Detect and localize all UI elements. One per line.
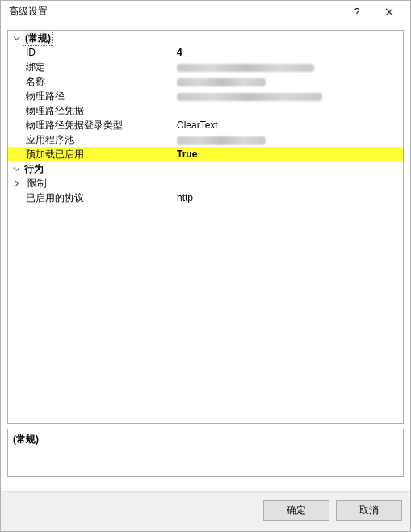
property-row-physical-path-logon-type[interactable]: 物理路径凭据登录类型 ClearText [8,118,403,132]
property-value: 4 [174,45,403,60]
chevron-right-icon [11,178,21,188]
property-value: True [174,147,403,161]
titlebar: 高级设置 ? [1,1,410,23]
ok-button[interactable]: 确定 [263,500,329,521]
property-label: 限制 [23,176,177,191]
chevron-down-icon [11,164,21,174]
property-row-preload-enabled[interactable]: 预加载已启用 True [8,147,403,161]
help-icon: ? [354,6,359,18]
property-label: 名称 [8,74,174,89]
property-label: 物理路径凭据 [8,103,174,118]
close-button[interactable] [373,2,405,22]
property-value: http [174,191,403,205]
property-label: 预加载已启用 [8,147,174,161]
property-row-limits[interactable]: 限制 [8,176,403,191]
property-row-enabled-protocols[interactable]: 已启用的协议 http [8,191,403,205]
group-behavior-label: 行为 [23,162,45,176]
property-value [174,74,403,89]
property-label: 绑定 [8,60,174,74]
group-general-label: (常规) [23,31,53,46]
property-row-physical-path-credentials[interactable]: 物理路径凭据 [8,103,403,118]
cancel-button[interactable]: 取消 [336,500,402,521]
property-row-name[interactable]: 名称 [8,74,403,89]
advanced-settings-dialog: 高级设置 ? (常规) ID 4 绑定 [0,0,411,532]
property-value [174,132,403,147]
group-behavior-header[interactable]: 行为 [8,161,403,176]
dialog-title: 高级设置 [9,5,341,19]
group-general-header[interactable]: (常规) [8,31,403,45]
property-label: ID [8,45,174,60]
property-value [174,60,403,74]
property-row-physical-path[interactable]: 物理路径 [8,89,403,103]
property-value: ClearText [174,118,403,132]
property-row-id[interactable]: ID 4 [8,45,403,60]
property-label: 物理路径 [8,89,174,103]
property-label: 应用程序池 [8,132,174,147]
chevron-down-icon [11,33,21,43]
button-bar: 确定 取消 [1,491,410,531]
close-icon [385,6,393,19]
help-button[interactable]: ? [341,2,373,22]
property-label: 物理路径凭据登录类型 [8,118,174,132]
property-value [174,89,403,103]
property-grid[interactable]: (常规) ID 4 绑定 名称 物理路径 物理路径凭据 [7,30,404,424]
property-row-app-pool[interactable]: 应用程序池 [8,132,403,147]
property-row-binding[interactable]: 绑定 [8,60,403,74]
description-title: (常规) [13,433,398,446]
description-panel: (常规) [7,429,404,477]
property-label: 已启用的协议 [8,191,174,205]
